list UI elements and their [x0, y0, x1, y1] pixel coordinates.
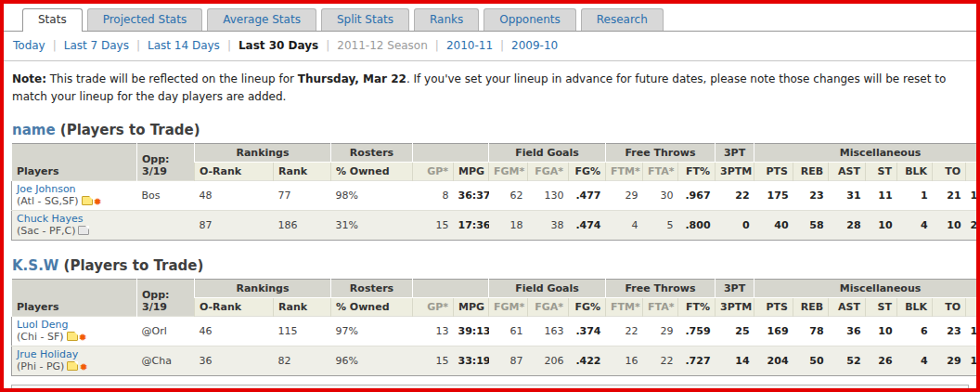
col-header-fgpct: FG% — [569, 298, 606, 317]
player-team-position: (Chi - SF) — [17, 331, 64, 343]
stat-cell-at: 1.476 — [966, 181, 980, 211]
stat-cell-ftpct: .967 — [678, 181, 716, 211]
stat-cell-rank: 82 — [274, 346, 331, 376]
group-header-blank — [413, 280, 489, 298]
stat-cell-fga: 206 — [528, 346, 569, 376]
player-note-icon[interactable] — [82, 196, 93, 205]
col-header-blk: BLK — [897, 163, 933, 181]
team-name-link[interactable]: K.S.W — [12, 257, 58, 274]
date-range-bar: Today| Last 7 Days| Last 14 Days| Last 3… — [4, 32, 976, 61]
tab-stats[interactable]: Stats — [22, 8, 83, 32]
stat-cell-mpg: 33:19 — [454, 346, 489, 376]
stat-cell-owned: 98% — [331, 181, 413, 211]
col-header-ftm: FTM* — [606, 163, 643, 181]
stat-cell-gp: 13 — [413, 317, 454, 346]
col-header-orank: O-Rank — [195, 163, 274, 181]
player-note-icon[interactable] — [78, 226, 89, 235]
stat-cell-fta: 5 — [643, 211, 678, 241]
player-note-icon[interactable] — [67, 332, 78, 341]
col-header-rank: Rank — [274, 298, 331, 317]
stat-cell-blk: 6 — [897, 317, 933, 346]
stat-cell-orank: 87 — [195, 211, 274, 241]
col-header-opp: Opp: 3/19 — [137, 280, 195, 317]
col-header-players: Players — [12, 144, 137, 181]
stat-cell-at: 1.565 — [966, 317, 980, 346]
player-team-position: (Sac - PF,C) — [17, 225, 75, 237]
stat-cell-st: 11 — [866, 181, 897, 211]
stat-cell-mpg: 39:13 — [454, 317, 489, 346]
player-team-position: (Atl - SG,SF) — [17, 195, 79, 207]
divider: | — [326, 39, 329, 52]
section-title-suffix: (Players to Trade) — [58, 257, 203, 274]
tab-ranks[interactable]: Ranks — [414, 8, 479, 31]
group-header-miscellaneous: Miscellaneous — [754, 280, 980, 298]
stat-cell-ftm: 4 — [606, 211, 643, 241]
col-header-owned: % Owned — [331, 163, 413, 181]
col-header-ftpct: FT% — [678, 163, 716, 181]
stat-cell-st: 10 — [866, 211, 897, 241]
group-header-rankings: Rankings — [195, 144, 331, 163]
stat-cell-mpg: 36:37 — [454, 181, 489, 211]
player-name-link[interactable]: Jrue Holiday — [17, 348, 78, 360]
filter-last-7-days[interactable]: Last 7 Days — [64, 39, 129, 52]
tab-projected-stats[interactable]: Projected Stats — [87, 8, 203, 31]
filter-2009-10[interactable]: 2009-10 — [511, 39, 558, 52]
stat-cell-at: 1.793 — [966, 346, 980, 376]
stat-cell-fgm: 87 — [489, 346, 528, 376]
stat-cell-reb: 58 — [793, 211, 829, 241]
col-header-ast: AST — [829, 298, 866, 317]
stat-cell-pts: 204 — [754, 346, 793, 376]
stat-cell-opp: @Orl — [137, 317, 195, 346]
filter-2011-12-season: 2011-12 Season — [337, 39, 428, 52]
player-note-icon[interactable] — [67, 361, 78, 371]
stat-cell-fta: 30 — [643, 181, 678, 211]
col-header-gp: GP* — [413, 298, 454, 317]
filter-last-30-days[interactable]: Last 30 Days — [239, 39, 318, 52]
team-name-link[interactable]: name — [12, 122, 56, 138]
stat-cell-ast: 31 — [829, 181, 866, 211]
stat-cell-pts: 175 — [754, 181, 793, 211]
stat-cell-3ptm: 25 — [716, 317, 754, 346]
player-cell: Chuck Hayes (Sac - PF,C) — [12, 211, 137, 241]
stat-cell-blk: 4 — [897, 346, 933, 376]
filter-last-14-days[interactable]: Last 14 Days — [148, 39, 220, 52]
divider: | — [136, 39, 140, 52]
player-name-link[interactable]: Chuck Hayes — [17, 213, 84, 225]
header-group-row: Players Opp: 3/19 Rankings Rosters Field… — [12, 144, 980, 163]
stat-cell-fgpct: .422 — [569, 346, 606, 376]
divider: | — [53, 39, 57, 52]
stat-cell-fgpct: .474 — [569, 211, 606, 241]
col-header-pts: PTS — [754, 298, 793, 317]
tab-average-stats[interactable]: Average Stats — [207, 8, 316, 31]
tab-split-stats[interactable]: Split Stats — [321, 8, 409, 31]
stat-cell-fta: 22 — [643, 346, 678, 376]
stat-cell-reb: 78 — [793, 317, 829, 346]
stat-cell-ast: 36 — [829, 317, 866, 346]
stat-cell-3ptm: 22 — [716, 181, 754, 211]
tab-research[interactable]: Research — [581, 8, 664, 31]
player-name-link[interactable]: Luol Deng — [17, 319, 68, 331]
player-name-link[interactable]: Joe Johnson — [17, 183, 76, 195]
new-note-burst-icon: ✹ — [94, 196, 102, 208]
stat-cell-orank: 48 — [195, 181, 274, 211]
stat-cell-fgpct: .477 — [569, 181, 606, 211]
stat-cell-ftpct: .727 — [678, 346, 716, 376]
stat-cell-to: 21 — [933, 181, 966, 211]
bottom-section-bar — [11, 385, 969, 392]
stat-cell-orank: 36 — [195, 346, 274, 376]
tab-opponents[interactable]: Opponents — [484, 8, 576, 31]
col-header-fgm: FGM* — [489, 298, 528, 317]
col-header-3ptm: 3PTM — [716, 163, 754, 181]
players-stats-table: Players Opp: 3/19 Rankings Rosters Field… — [11, 143, 980, 241]
group-header-3pt: 3PT — [716, 280, 754, 298]
new-note-burst-icon: ✹ — [79, 361, 87, 373]
stat-cell-st: 26 — [866, 346, 897, 376]
stat-cell-ast: 28 — [829, 211, 866, 241]
stat-cell-rank: 186 — [274, 211, 331, 241]
filter-2010-11[interactable]: 2010-11 — [446, 39, 493, 52]
filter-today[interactable]: Today — [13, 39, 45, 52]
stat-cell-ftm: 29 — [606, 181, 643, 211]
col-header-st: ST — [866, 163, 897, 181]
group-header-miscellaneous: Miscellaneous — [754, 144, 980, 163]
col-header-ast: AST — [829, 163, 866, 181]
